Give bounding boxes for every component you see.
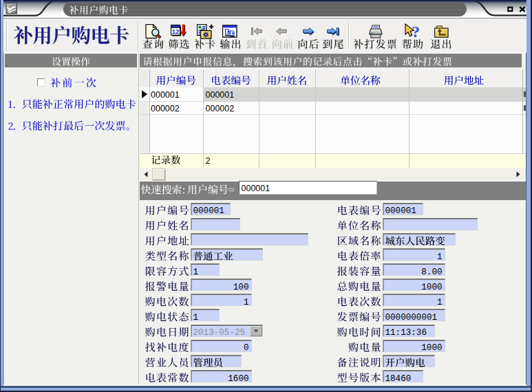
svg-text:12: 12 (171, 27, 179, 34)
svg-text:?: ? (412, 23, 420, 39)
